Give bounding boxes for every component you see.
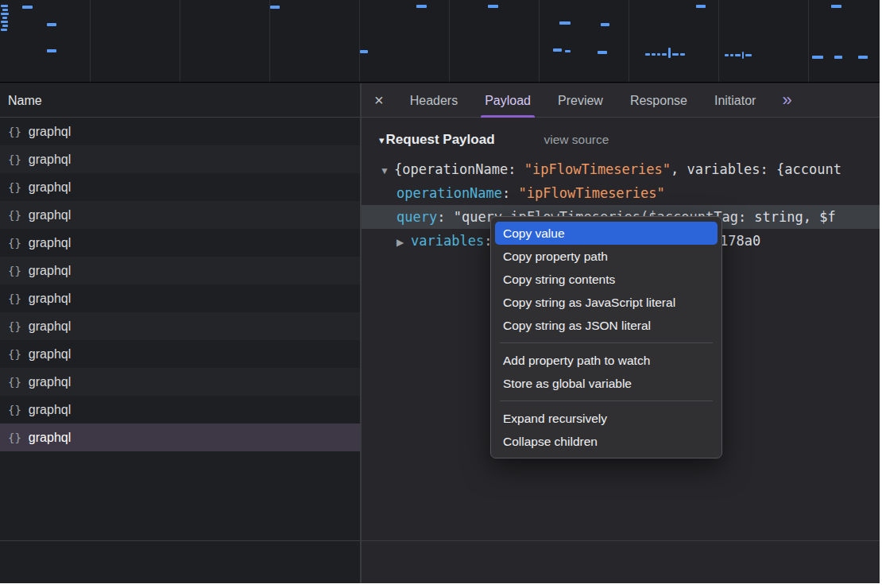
tree-text: variables — [411, 233, 484, 249]
timeline-activity-bar — [652, 53, 656, 56]
request-name: graphql — [29, 431, 71, 445]
request-row[interactable]: {}graphql — [0, 118, 360, 145]
request-name: graphql — [29, 236, 71, 250]
context-menu-item[interactable]: Store as global variable — [495, 372, 718, 395]
json-braces-icon: {} — [8, 153, 21, 166]
request-row[interactable]: {}graphql — [0, 173, 360, 201]
timeline-gridline — [90, 0, 91, 82]
request-row[interactable]: {}graphql — [0, 340, 360, 368]
devtools-network-panel: Name {}graphql{}graphql{}graphql{}graphq… — [0, 0, 880, 583]
json-braces-icon: {} — [8, 348, 21, 361]
timeline-gridline — [629, 0, 629, 82]
request-row[interactable]: {}graphql — [0, 396, 360, 424]
timeline-activity-bar — [488, 5, 498, 8]
request-row[interactable]: {}graphql — [0, 257, 360, 284]
timeline-gridline — [359, 0, 360, 82]
tab-payload[interactable]: Payload — [485, 83, 531, 118]
timeline-activity-bar — [416, 5, 427, 8]
tab-preview[interactable]: Preview — [558, 83, 603, 118]
timeline-gridline — [539, 0, 540, 82]
timeline-activity-bar — [1, 21, 8, 23]
tree-row[interactable]: operationName: "ipFlowTimeseries" — [362, 181, 880, 205]
request-name: graphql — [29, 319, 71, 334]
context-menu-item[interactable]: Copy value — [495, 222, 718, 245]
tree-text: "ipFlowTimeseries" — [519, 185, 665, 201]
request-name: graphql — [29, 153, 71, 167]
request-row[interactable]: {}graphql — [0, 145, 360, 173]
context-menu-item[interactable]: Expand recursively — [495, 407, 718, 430]
context-menu-item[interactable]: Copy property path — [495, 245, 718, 268]
tree-text: {operationName: — [394, 161, 524, 177]
tree-text: , variables: {account — [671, 161, 841, 177]
timeline-activity-bar — [745, 54, 752, 56]
timeline-activity-bar — [2, 17, 7, 19]
context-menu-item[interactable]: Copy string contents — [495, 268, 718, 291]
timeline-activity-bar — [47, 49, 56, 52]
request-row[interactable]: {}graphql — [0, 312, 360, 340]
tree-row[interactable]: ▼{operationName: "ipFlowTimeseries", var… — [362, 157, 880, 181]
json-braces-icon: {} — [8, 404, 21, 416]
json-braces-icon: {} — [8, 376, 21, 389]
timeline-activity-bar — [360, 50, 368, 53]
close-details-icon[interactable]: × — [374, 83, 384, 118]
request-row[interactable]: {}graphql — [0, 284, 360, 312]
request-list: {}graphql{}graphql{}graphql{}graphql{}gr… — [0, 118, 360, 451]
timeline-activity-bar — [601, 23, 609, 26]
timeline-activity-bar — [1, 29, 7, 31]
tree-text: "ipFlowTimeseries" — [524, 161, 671, 177]
timeline-activity-bar — [2, 9, 8, 11]
timeline-activity-bar — [565, 50, 571, 52]
timeline-activity-bar — [2, 25, 8, 27]
json-braces-icon: {} — [8, 209, 21, 222]
request-row[interactable]: {}graphql — [0, 229, 360, 257]
context-menu-item[interactable]: Collapse children — [495, 430, 718, 453]
timeline-gridline — [269, 0, 270, 82]
section-disclosure-triangle-icon[interactable]: ▾ — [379, 134, 385, 146]
request-row[interactable]: {}graphql — [0, 201, 360, 229]
timeline-activity-bar — [735, 54, 741, 56]
tab-headers[interactable]: Headers — [410, 83, 458, 118]
timeline-activity-bar — [730, 54, 733, 56]
tree-expand-icon[interactable]: ▼ — [380, 159, 394, 181]
json-braces-icon: {} — [8, 265, 21, 277]
tab-response[interactable]: Response — [630, 83, 687, 118]
request-row[interactable]: {}graphql — [0, 424, 360, 451]
context-menu-item[interactable]: Copy string as JavaScript literal — [495, 291, 718, 314]
request-name: graphql — [29, 125, 71, 139]
context-menu-item[interactable]: Add property path to watch — [495, 349, 718, 372]
panel-divider[interactable] — [360, 83, 362, 583]
json-braces-icon: {} — [8, 126, 21, 138]
tab-strip: HeadersPayloadPreviewResponseInitiator — [397, 83, 770, 118]
context-menu-separator — [500, 400, 713, 401]
bottom-rule — [0, 540, 880, 541]
request-name: graphql — [29, 375, 71, 389]
network-overview-timeline[interactable] — [0, 0, 880, 83]
timeline-gridline — [808, 0, 809, 82]
tree-text: : — [437, 209, 453, 225]
request-row[interactable]: {}graphql — [0, 368, 360, 396]
request-name: graphql — [29, 292, 71, 306]
view-source-link[interactable]: view source — [544, 133, 609, 147]
timeline-activity-bar — [1, 13, 9, 15]
section-header: ▾ Request Payload view source — [362, 127, 880, 153]
timeline-activity-bar — [680, 53, 685, 56]
context-menu-separator — [500, 342, 713, 343]
tree-text: : — [502, 185, 518, 201]
request-name: graphql — [29, 347, 71, 362]
more-tabs-icon[interactable]: » — [782, 90, 791, 110]
timeline-activity-bar — [270, 6, 280, 9]
json-braces-icon: {} — [8, 181, 21, 194]
timeline-gridline — [180, 0, 180, 82]
json-braces-icon: {} — [8, 237, 21, 250]
request-name: graphql — [29, 208, 71, 222]
request-name: graphql — [29, 403, 71, 417]
requests-panel: Name {}graphql{}graphql{}graphql{}graphq… — [0, 83, 360, 583]
json-braces-icon: {} — [8, 431, 21, 444]
timeline-activity-bar — [22, 6, 33, 9]
name-column-header[interactable]: Name — [0, 83, 360, 118]
tab-initiator[interactable]: Initiator — [714, 83, 756, 118]
tree-expand-icon[interactable]: ▶ — [397, 230, 411, 253]
timeline-activity-bar — [672, 53, 679, 56]
context-menu-item[interactable]: Copy string as JSON literal — [495, 314, 718, 337]
tree-text: query — [397, 209, 437, 225]
